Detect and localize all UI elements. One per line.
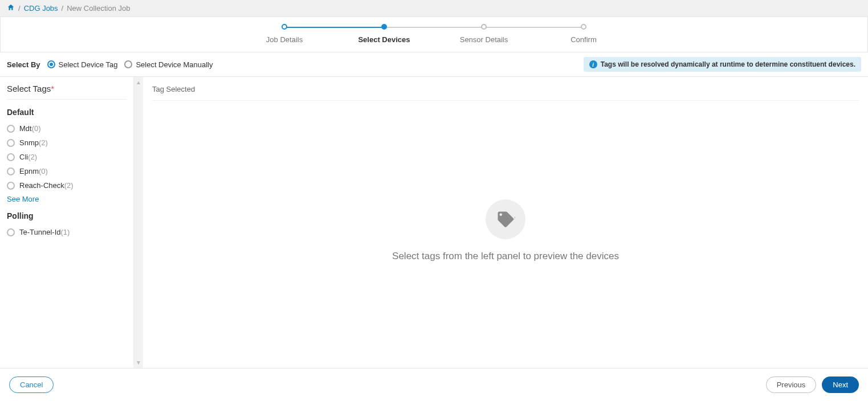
select-by-label: Select By — [7, 60, 40, 69]
tag-item-snmp[interactable]: Snmp(2) — [7, 136, 127, 150]
tag-count: (1) — [61, 228, 70, 236]
wizard-footer: Cancel Previous Next — [0, 368, 868, 401]
tag-count: (0) — [32, 124, 41, 133]
tag-name: Mdt — [19, 124, 32, 133]
tags-sidebar: Select Tags* Default Mdt(0) Snmp(2) Cli( — [0, 77, 134, 368]
radio-icon — [47, 60, 55, 68]
stepper: Job Details Select Devices Sensor Detail… — [1, 17, 867, 52]
content-header: Tag Selected — [152, 85, 859, 101]
tag-item-cli[interactable]: Cli(2) — [7, 150, 127, 164]
tag-icon — [486, 199, 525, 239]
breadcrumb-link-cdg-jobs[interactable]: CDG Jobs — [24, 4, 58, 13]
radio-icon — [7, 139, 15, 147]
radio-select-device-manually[interactable]: Select Device Manually — [124, 60, 213, 69]
info-icon: i — [589, 60, 597, 68]
next-button[interactable]: Next — [822, 377, 859, 393]
tag-count: (0) — [39, 167, 48, 175]
sidebar-title: Select Tags* — [7, 84, 127, 100]
breadcrumb-current: New Collection Job — [67, 4, 130, 13]
radio-label: Select Device Manually — [136, 60, 213, 69]
sidebar-scrollbar[interactable]: ▲ ▼ — [134, 77, 143, 368]
radio-icon — [7, 167, 15, 175]
tag-name: Cli — [19, 153, 28, 161]
tag-count: (2) — [64, 181, 74, 190]
tag-name: Reach-Check — [19, 181, 64, 190]
tag-group-title: Polling — [7, 211, 127, 220]
radio-icon — [7, 228, 15, 236]
tag-name: Te-Tunnel-Id — [19, 228, 61, 236]
tag-item-mdt[interactable]: Mdt(0) — [7, 121, 127, 136]
radio-icon — [124, 60, 132, 68]
tag-name: Epnm — [19, 167, 39, 175]
radio-select-device-tag[interactable]: Select Device Tag — [47, 60, 118, 69]
tag-count: (2) — [28, 153, 37, 161]
tag-item-te-tunnel-id[interactable]: Te-Tunnel-Id(1) — [7, 225, 127, 239]
step-label: Select Devices — [335, 35, 434, 44]
step-label: Sensor Details — [434, 35, 534, 44]
radio-icon — [7, 182, 15, 190]
breadcrumb-sep: / — [18, 4, 21, 13]
previous-button[interactable]: Previous — [766, 377, 817, 393]
scroll-up-icon[interactable]: ▲ — [134, 79, 143, 85]
cancel-button[interactable]: Cancel — [9, 377, 54, 393]
breadcrumb: / CDG Jobs / New Collection Job — [0, 0, 868, 17]
home-icon[interactable] — [7, 3, 15, 13]
tag-count: (2) — [39, 138, 48, 147]
tag-item-reach-check[interactable]: Reach-Check(2) — [7, 178, 127, 193]
tag-name: Snmp — [19, 138, 39, 147]
tag-group-default: Default Mdt(0) Snmp(2) Cli(2) — [7, 108, 127, 203]
step-label: Confirm — [534, 35, 634, 44]
scroll-down-icon[interactable]: ▼ — [134, 359, 143, 366]
radio-icon — [7, 125, 15, 133]
tag-item-epnm[interactable]: Epnm(0) — [7, 164, 127, 178]
empty-state: Select tags from the left panel to previ… — [152, 101, 859, 360]
tag-group-title: Default — [7, 108, 127, 117]
step-job-details[interactable]: Job Details — [235, 24, 335, 44]
empty-state-text: Select tags from the left panel to previ… — [392, 251, 619, 262]
info-banner: i Tags will be resolved dynamically at r… — [584, 57, 861, 72]
tag-group-polling: Polling Te-Tunnel-Id(1) — [7, 211, 127, 239]
radio-icon — [7, 153, 15, 161]
breadcrumb-sep: / — [62, 4, 64, 13]
radio-label: Select Device Tag — [59, 60, 118, 69]
info-banner-text: Tags will be resolved dynamically at run… — [601, 60, 855, 68]
see-more-link[interactable]: See More — [7, 195, 127, 203]
step-label: Job Details — [235, 35, 335, 44]
